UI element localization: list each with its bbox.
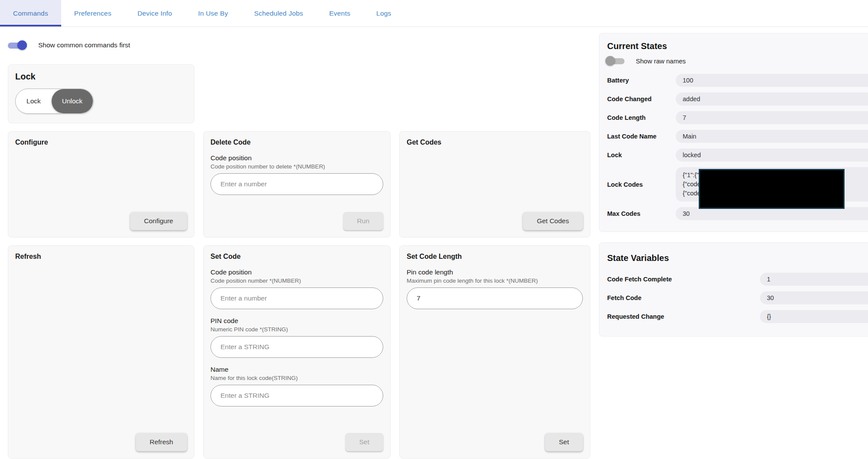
state-value: 30 (676, 207, 868, 220)
state-row-last-code-name: Last Code Name Main (607, 130, 868, 143)
configure-button[interactable]: Configure (130, 212, 187, 230)
states-panel: Current States Show raw names Battery 10… (599, 33, 868, 337)
toggle-knob (605, 56, 615, 66)
set-code-name-hint: Name for this lock code(STRING) (210, 375, 383, 381)
show-raw-names-toggle[interactable] (604, 55, 628, 67)
state-value: 100 (676, 74, 868, 87)
state-value: locked (676, 149, 868, 162)
show-common-commands-label: Show common commands first (38, 41, 130, 49)
lock-segment-button[interactable]: Lock (16, 89, 52, 113)
delete-code-run-button: Run (343, 212, 383, 230)
state-var-row-requested-change: Requested Change {} (607, 310, 868, 323)
show-common-commands-toggle[interactable] (4, 39, 29, 51)
delete-code-position-label: Code position (210, 154, 383, 162)
state-var-row-code-fetch-complete: Code Fetch Complete 1 (607, 273, 868, 286)
set-code-length-set-button[interactable]: Set (545, 433, 583, 451)
state-var-value: 30 (760, 291, 868, 304)
state-variables-title: State Variables (607, 253, 868, 263)
configure-card-title: Configure (15, 139, 187, 146)
set-code-position-label: Code position (210, 268, 383, 276)
state-var-row-fetch-code: Fetch Code 30 (607, 291, 868, 304)
get-codes-command-card: Get Codes Get Codes (399, 131, 590, 238)
commands-area: Show common commands first Lock Lock Unl… (8, 27, 590, 459)
state-row-lock: Lock locked (607, 149, 868, 162)
tab-device-info[interactable]: Device Info (125, 0, 185, 26)
lock-command-card: Lock Lock Unlock (8, 64, 194, 123)
state-variables-card: State Variables Code Fetch Complete 1 Fe… (599, 242, 868, 337)
delete-code-position-hint: Code position number to delete *(NUMBER) (210, 163, 383, 170)
state-label: Code Changed (607, 96, 676, 102)
state-row-max-codes: Max Codes 30 (607, 207, 868, 220)
state-row-code-changed: Code Changed added (607, 92, 868, 106)
tab-scheduled-jobs[interactable]: Scheduled Jobs (241, 0, 316, 26)
tab-bar: Commands Preferences Device Info In Use … (0, 0, 868, 27)
refresh-command-card: Refresh Refresh (8, 245, 194, 459)
tab-preferences[interactable]: Preferences (61, 0, 125, 26)
get-codes-button[interactable]: Get Codes (523, 212, 583, 230)
set-code-pin-input[interactable] (210, 336, 383, 358)
state-var-label: Requested Change (607, 313, 760, 320)
refresh-button[interactable]: Refresh (136, 433, 187, 451)
tab-commands[interactable]: Commands (0, 0, 61, 26)
lock-card-title: Lock (15, 72, 187, 82)
set-code-pin-hint: Numeric PIN code *(STRING) (210, 326, 383, 333)
unlock-segment-button[interactable]: Unlock (52, 89, 93, 113)
tab-logs[interactable]: Logs (363, 0, 404, 26)
state-label: Lock Codes (607, 181, 676, 188)
toggle-knob (17, 40, 27, 50)
state-label: Max Codes (607, 210, 676, 217)
state-row-code-length: Code Length 7 (607, 111, 868, 124)
set-code-name-input[interactable] (210, 385, 383, 406)
set-code-card-title: Set Code (210, 253, 383, 261)
pin-code-length-hint: Maximum pin code length for this lock *(… (407, 277, 583, 284)
device-page: Commands Preferences Device Info In Use … (0, 0, 868, 459)
delete-code-position-input[interactable] (210, 173, 383, 195)
configure-command-card: Configure Configure (8, 131, 194, 238)
state-label: Battery (607, 77, 676, 84)
set-code-command-card: Set Code Code position Code position num… (203, 245, 391, 459)
set-code-pin-label: PIN code (210, 317, 383, 325)
refresh-card-title: Refresh (15, 253, 187, 261)
set-code-set-button: Set (345, 433, 383, 451)
delete-code-card-title: Delete Code (210, 139, 383, 146)
set-code-position-input[interactable] (210, 287, 383, 309)
state-row-battery: Battery 100 (607, 74, 868, 87)
set-code-length-command-card: Set Code Length Pin code length Maximum … (399, 245, 590, 459)
set-code-length-card-title: Set Code Length (407, 253, 583, 261)
state-var-label: Fetch Code (607, 294, 760, 301)
set-code-position-hint: Code position number *(NUMBER) (210, 277, 383, 284)
show-raw-names-label: Show raw names (636, 57, 686, 65)
set-code-name-label: Name (210, 366, 383, 373)
tab-events[interactable]: Events (316, 0, 364, 26)
delete-code-command-card: Delete Code Code position Code position … (203, 131, 391, 238)
state-label: Last Code Name (607, 133, 676, 140)
state-var-value: 1 (760, 273, 868, 286)
pin-code-length-label: Pin code length (407, 268, 583, 276)
state-label: Lock (607, 152, 676, 159)
redaction-box (699, 169, 845, 209)
state-value: Main (676, 130, 868, 143)
current-states-title: Current States (607, 41, 868, 51)
current-states-card: Current States Show raw names Battery 10… (599, 33, 868, 232)
state-var-value: {} (760, 310, 868, 323)
state-value: added (676, 92, 868, 106)
state-label: Code Length (607, 114, 676, 121)
state-value: 7 (676, 111, 868, 124)
pin-code-length-input[interactable] (407, 287, 583, 309)
tab-in-use-by[interactable]: In Use By (185, 0, 241, 26)
lock-unlock-segmented-control: Lock Unlock (15, 89, 93, 114)
state-var-label: Code Fetch Complete (607, 276, 760, 283)
get-codes-card-title: Get Codes (407, 139, 583, 146)
